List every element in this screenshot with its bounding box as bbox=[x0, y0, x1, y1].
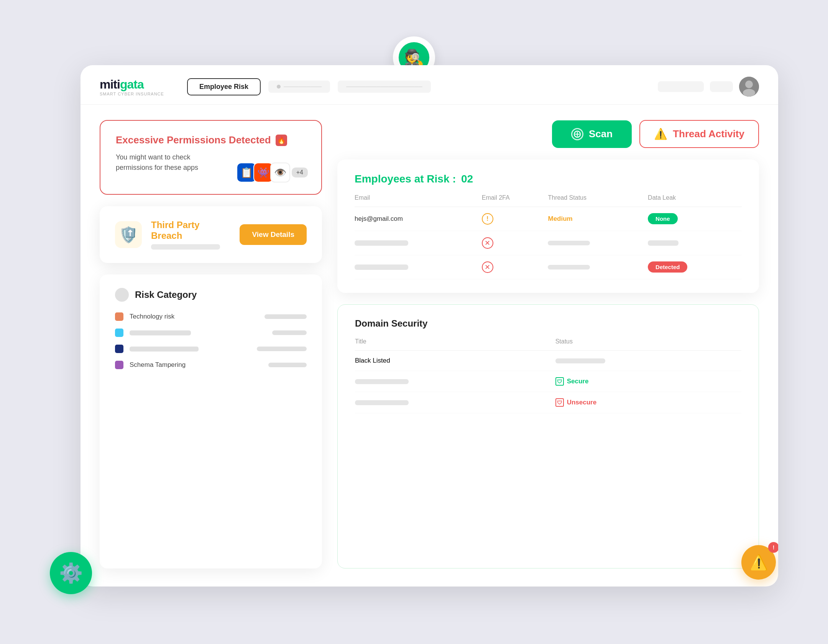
top-bar-pill-1 bbox=[658, 81, 704, 92]
col-thread-status: Thread Status bbox=[548, 194, 648, 207]
domain-status-blur-1 bbox=[555, 358, 605, 363]
thread-activity-button[interactable]: ⚠️ Thread Activity bbox=[639, 120, 759, 148]
tab-employee-risk[interactable]: Employee Risk bbox=[187, 78, 261, 95]
logo-subtitle: SMART CYBER INSURANCE bbox=[100, 92, 164, 96]
scan-button-icon bbox=[571, 128, 583, 140]
risk-category-header: Risk Category bbox=[115, 288, 307, 302]
top-bar-right bbox=[658, 77, 759, 97]
top-bar: mitigata SMART CYBER INSURANCE Employee … bbox=[80, 65, 778, 105]
risk-category-card: Risk Category Technology risk bbox=[100, 274, 322, 568]
breach-text: Third Party Breach bbox=[151, 220, 230, 250]
employee-data-leak-detected-3: Detected bbox=[648, 261, 687, 273]
alert-count-badge: ! bbox=[768, 542, 778, 553]
domain-col-status: Status bbox=[555, 338, 741, 351]
risk-color-schema bbox=[115, 361, 123, 369]
domain-security-card: Domain Security Title Status Black Liste… bbox=[337, 304, 759, 568]
permissions-description: You might want to check permissions for … bbox=[116, 152, 215, 173]
gear-float-button[interactable]: ⚙️ bbox=[50, 552, 92, 594]
scan-button[interactable]: Scan bbox=[552, 120, 632, 148]
app-icon-eye: 👁️ bbox=[270, 163, 290, 182]
risk-row-tech: Technology risk bbox=[115, 312, 307, 321]
employee-email-1: hejs@gmail.com bbox=[355, 215, 403, 222]
plus-count-badge: +4 bbox=[292, 168, 308, 177]
employees-header: Employees at Risk : 02 bbox=[355, 173, 742, 185]
breach-card: 🛡️ ⬆️ Third Party Breach View Details bbox=[100, 206, 322, 263]
gear-icon: ⚙️ bbox=[59, 562, 83, 584]
employee-row-3: ✕ Detected bbox=[355, 255, 742, 279]
risk-label-tech: Technology risk bbox=[130, 313, 258, 320]
employees-table: Email Email 2FA Thread Status Data Leak … bbox=[355, 194, 742, 279]
col-2fa: Email 2FA bbox=[482, 194, 548, 207]
svg-point-1 bbox=[745, 80, 753, 88]
employee-thread-status-blur-3 bbox=[548, 265, 590, 269]
risk-bar-tech bbox=[264, 314, 307, 319]
breach-title: Third Party Breach bbox=[151, 220, 230, 241]
risk-row-3 bbox=[115, 345, 307, 353]
view-details-button[interactable]: View Details bbox=[240, 224, 307, 245]
risk-bar-2 bbox=[272, 330, 307, 335]
employee-2fa-error-2: ✕ bbox=[482, 237, 493, 249]
domain-col-title: Title bbox=[355, 338, 555, 351]
alert-icon: ⚠️ bbox=[750, 554, 768, 571]
risk-category-title: Risk Category bbox=[135, 289, 197, 300]
svg-point-2 bbox=[743, 89, 755, 97]
risk-color-2 bbox=[115, 329, 123, 337]
employees-card: Employees at Risk : 02 Email Email 2FA T… bbox=[337, 159, 759, 293]
employee-thread-status-1: Medium bbox=[548, 215, 572, 222]
domain-title-blur-2 bbox=[355, 379, 409, 384]
app-icons-row: 📋 👾 👁️ +4 bbox=[237, 163, 308, 182]
domain-security-table: Title Status Black Listed bbox=[355, 338, 741, 413]
nav-pill-2: ──────────────────── bbox=[338, 80, 430, 93]
breach-subtitle-blur bbox=[151, 244, 220, 250]
left-column: Excessive Permissions Detected 🔥 You mig… bbox=[100, 120, 322, 568]
employees-count: 02 bbox=[461, 173, 473, 185]
domain-title-1: Black Listed bbox=[355, 357, 390, 364]
permissions-title: Excessive Permissions Detected 🔥 bbox=[116, 134, 306, 146]
breach-icon: 🛡️ ⬆️ bbox=[115, 221, 142, 248]
thread-activity-label: Thread Activity bbox=[673, 128, 744, 140]
logo-text: mitigata bbox=[100, 77, 164, 92]
risk-color-tech bbox=[115, 312, 123, 321]
domain-row-1: Black Listed bbox=[355, 351, 741, 371]
risk-bar-3 bbox=[257, 347, 307, 351]
domain-security-title: Domain Security bbox=[355, 318, 741, 329]
domain-status-unsecure: 🛡 Unsecure bbox=[555, 398, 741, 407]
employee-2fa-error-3: ✕ bbox=[482, 261, 493, 273]
risk-bar-schema bbox=[268, 363, 307, 367]
risk-circle-icon bbox=[115, 288, 129, 302]
employee-row-1: hejs@gmail.com ! Medium None bbox=[355, 207, 742, 231]
logo: mitigata SMART CYBER INSURANCE bbox=[100, 77, 164, 96]
main-card: mitigata SMART CYBER INSURANCE Employee … bbox=[80, 65, 778, 586]
risk-row-schema: Schema Tampering bbox=[115, 361, 307, 369]
col-data-leak: Data Leak bbox=[648, 194, 742, 207]
domain-status-secure: 🛡 Secure bbox=[555, 377, 741, 386]
nav-pill-1: ────────── bbox=[268, 80, 330, 93]
content-area: Excessive Permissions Detected 🔥 You mig… bbox=[80, 105, 778, 584]
employee-email-blur-2 bbox=[355, 240, 408, 246]
domain-title-blur-3 bbox=[355, 400, 409, 405]
employee-2fa-warning-1: ! bbox=[482, 213, 493, 225]
employee-row-2: ✕ bbox=[355, 231, 742, 255]
domain-row-2: 🛡 Secure bbox=[355, 371, 741, 392]
thread-warning-icon: ⚠️ bbox=[654, 128, 667, 140]
risk-row-2 bbox=[115, 329, 307, 337]
employees-header-label: Employees at Risk : bbox=[355, 173, 456, 185]
shield-red-icon: 🛡 bbox=[555, 398, 564, 407]
avatar[interactable] bbox=[739, 77, 759, 97]
employee-data-leak-blur-2 bbox=[648, 240, 678, 246]
actions-row: Scan ⚠️ Thread Activity bbox=[337, 120, 759, 148]
domain-row-3: 🛡 Unsecure bbox=[355, 392, 741, 413]
risk-label-schema: Schema Tampering bbox=[130, 361, 262, 369]
employee-email-blur-3 bbox=[355, 264, 408, 270]
fire-icon: 🔥 bbox=[276, 135, 287, 146]
scan-label: Scan bbox=[589, 128, 613, 140]
risk-color-3 bbox=[115, 345, 123, 353]
permissions-title-text: Excessive Permissions Detected bbox=[116, 134, 271, 146]
alert-float-badge: ⚠️ ! bbox=[741, 545, 776, 580]
col-email: Email bbox=[355, 194, 482, 207]
shield-green-icon: 🛡 bbox=[555, 377, 564, 386]
permissions-card: Excessive Permissions Detected 🔥 You mig… bbox=[100, 120, 322, 195]
right-column: Scan ⚠️ Thread Activity Employees at Ris… bbox=[337, 120, 759, 568]
employee-thread-status-blur-2 bbox=[548, 241, 590, 245]
top-bar-pill-2 bbox=[710, 81, 733, 92]
